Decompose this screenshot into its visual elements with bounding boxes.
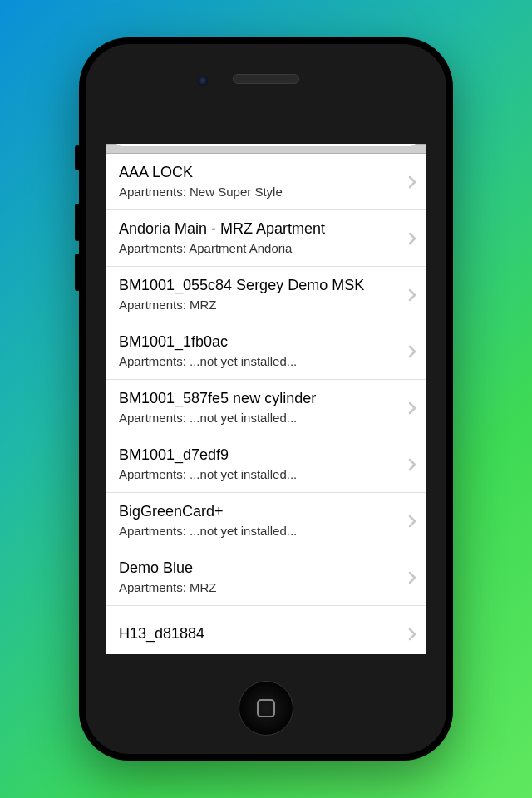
- list-item[interactable]: Demo Blue Apartments: MRZ: [106, 549, 426, 606]
- chevron-right-icon: [408, 175, 416, 189]
- chevron-right-icon: [408, 345, 416, 358]
- list-item-subtitle: Apartments: New Super Style: [119, 183, 401, 200]
- earpiece-speaker: [233, 74, 299, 84]
- screen: AAA LOCK Apartments: New Super Style And…: [106, 144, 426, 654]
- list-item-title: Demo Blue: [119, 559, 401, 578]
- list-item[interactable]: Andoria Main - MRZ Apartment Apartments:…: [106, 210, 426, 267]
- list-item-subtitle: Apartments: ...not yet installed...: [119, 352, 401, 370]
- list-item-subtitle: Apartments: ...not yet installed...: [119, 409, 401, 426]
- list-item-subtitle: Apartments: ...not yet installed...: [119, 522, 401, 539]
- phone-bezel: AAA LOCK Apartments: New Super Style And…: [86, 44, 446, 754]
- list-item-subtitle: Apartments: MRZ: [119, 296, 401, 313]
- search-input[interactable]: [114, 144, 418, 146]
- list-item-subtitle: Apartments: MRZ: [119, 579, 401, 596]
- mute-switch: [75, 145, 80, 170]
- list-item[interactable]: BigGreenCard+ Apartments: ...not yet ins…: [106, 493, 426, 549]
- list-item-title: BM1001_587fe5 new cylinder: [119, 389, 401, 408]
- search-bar-area: [106, 144, 426, 154]
- list-item-title: BM1001_d7edf9: [119, 446, 401, 465]
- list-item-title: BigGreenCard+: [119, 502, 401, 521]
- list-item-title: Andoria Main - MRZ Apartment: [119, 219, 401, 239]
- chevron-right-icon: [408, 571, 416, 584]
- front-camera: [198, 76, 208, 86]
- home-button-icon: [257, 699, 275, 717]
- list-item-subtitle: Apartments: ...not yet installed...: [119, 466, 401, 483]
- list-item-title: AAA LOCK: [119, 163, 401, 182]
- list-item[interactable]: AAA LOCK Apartments: New Super Style: [106, 154, 426, 210]
- chevron-right-icon: [408, 288, 416, 302]
- chevron-right-icon: [408, 232, 416, 245]
- list-item[interactable]: BM1001_587fe5 new cylinder Apartments: .…: [106, 380, 426, 436]
- list-item-subtitle: Apartments: Apartment Andoria: [119, 239, 401, 257]
- home-button[interactable]: [239, 681, 293, 736]
- locks-list[interactable]: AAA LOCK Apartments: New Super Style And…: [106, 154, 426, 654]
- chevron-right-icon: [408, 458, 416, 471]
- list-item[interactable]: BM1001_055c84 Sergey Demo MSK Apartments…: [106, 267, 426, 323]
- list-item-title: H13_d81884: [119, 624, 401, 643]
- list-item-title: BM1001_055c84 Sergey Demo MSK: [119, 276, 401, 295]
- list-item[interactable]: BM1001_1fb0ac Apartments: ...not yet ins…: [106, 323, 426, 380]
- volume-up-button: [75, 204, 80, 241]
- chevron-right-icon: [408, 401, 416, 415]
- list-item[interactable]: BM1001_d7edf9 Apartments: ...not yet ins…: [106, 436, 426, 493]
- chevron-right-icon: [408, 515, 416, 528]
- list-item-title: BM1001_1fb0ac: [119, 332, 401, 352]
- phone-frame: AAA LOCK Apartments: New Super Style And…: [79, 37, 453, 761]
- volume-down-button: [75, 254, 80, 291]
- chevron-right-icon: [408, 628, 416, 641]
- list-item[interactable]: H13_d81884: [106, 606, 426, 654]
